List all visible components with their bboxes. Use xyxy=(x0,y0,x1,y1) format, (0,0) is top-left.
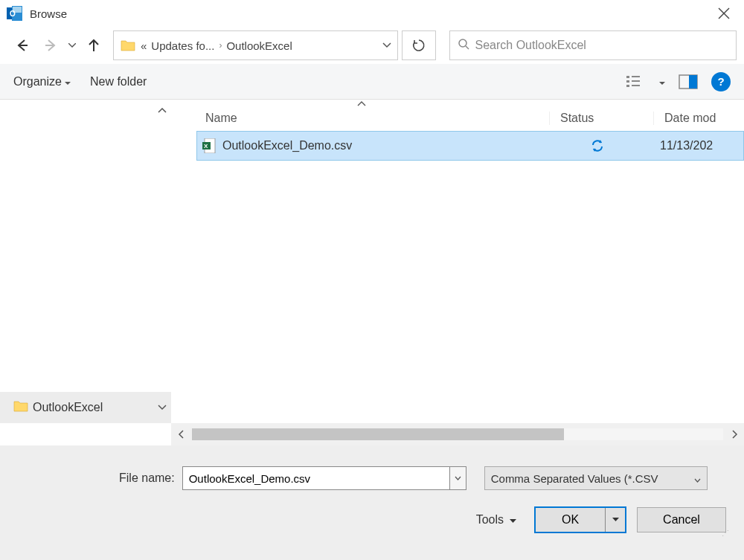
breadcrumb-part1[interactable]: Updates fo... xyxy=(151,39,214,52)
bottom-panel: File name: Comma Separated Values (*.CSV… xyxy=(0,445,744,560)
search-box[interactable] xyxy=(449,30,737,60)
dropdown-caret-icon xyxy=(65,75,71,88)
scroll-left-icon[interactable] xyxy=(171,425,190,444)
csv-file-icon: X xyxy=(202,138,217,153)
svg-rect-12 xyxy=(626,80,629,83)
dropdown-caret-icon xyxy=(510,513,516,527)
view-options-button[interactable] xyxy=(623,71,649,92)
toolbar: Organize New folder ? xyxy=(0,64,744,100)
chevron-down-icon[interactable] xyxy=(158,402,167,413)
up-button[interactable] xyxy=(82,33,106,57)
outlook-icon: O xyxy=(6,4,24,22)
sync-status-icon xyxy=(545,138,650,153)
tools-menu[interactable]: Tools xyxy=(476,513,516,527)
sort-indicator-icon[interactable] xyxy=(357,100,366,108)
chevron-down-icon xyxy=(694,472,701,485)
column-date[interactable]: Date mod xyxy=(653,112,744,125)
file-date: 11/13/202 xyxy=(650,139,743,152)
hscroll-thumb[interactable] xyxy=(192,428,564,440)
address-bar[interactable]: « Updates fo... › OutlookExcel xyxy=(113,30,398,60)
help-button[interactable]: ? xyxy=(711,72,731,91)
file-name: OutlookExcel_Demo.csv xyxy=(222,139,352,152)
nav-row: « Updates fo... › OutlookExcel xyxy=(0,27,744,64)
ok-dropdown-button[interactable] xyxy=(606,508,625,532)
folder-icon xyxy=(13,399,28,416)
ok-button[interactable]: OK xyxy=(536,508,606,532)
close-icon[interactable] xyxy=(710,2,738,25)
newfolder-label: New folder xyxy=(90,75,147,88)
sidebar-item-label: OutlookExcel xyxy=(33,401,103,414)
main-area: OutlookExcel Name Status Date mod X Outl… xyxy=(0,100,744,423)
hscroll-track[interactable] xyxy=(192,428,723,440)
breadcrumb-sep-icon[interactable]: › xyxy=(219,40,222,51)
dropdown-caret-icon[interactable] xyxy=(659,75,665,88)
ok-split-button[interactable]: OK xyxy=(534,506,626,533)
search-icon xyxy=(458,38,469,53)
cancel-button[interactable]: Cancel xyxy=(637,507,726,532)
file-row[interactable]: X OutlookExcel_Demo.csv 11/13/202 xyxy=(196,131,744,161)
chevron-down-icon[interactable] xyxy=(382,40,391,51)
svg-rect-11 xyxy=(626,76,629,78)
filetype-select[interactable]: Comma Separated Values (*.CSV xyxy=(484,466,708,490)
scroll-right-icon[interactable] xyxy=(725,425,744,444)
filename-input[interactable] xyxy=(182,466,450,490)
column-status[interactable]: Status xyxy=(549,112,653,125)
back-button[interactable] xyxy=(10,33,34,57)
nav-sidebar: OutlookExcel xyxy=(0,100,171,423)
breadcrumb-part2[interactable]: OutlookExcel xyxy=(226,39,292,52)
tools-label: Tools xyxy=(476,513,504,527)
forward-button[interactable] xyxy=(39,33,62,57)
filetype-label: Comma Separated Values (*.CSV xyxy=(491,472,658,485)
svg-rect-18 xyxy=(689,75,697,88)
horizontal-scrollbar[interactable] xyxy=(171,423,744,445)
history-dropdown-icon[interactable] xyxy=(67,43,77,48)
organize-label: Organize xyxy=(13,75,62,88)
filename-dropdown-icon[interactable] xyxy=(450,466,466,490)
filename-combobox[interactable] xyxy=(182,466,466,490)
title-bar: O Browse xyxy=(0,0,744,27)
preview-pane-button[interactable] xyxy=(676,71,701,92)
svg-text:X: X xyxy=(204,143,208,149)
filename-label: File name: xyxy=(119,472,175,485)
svg-text:O: O xyxy=(10,10,16,18)
column-name[interactable]: Name xyxy=(201,112,549,125)
chevron-up-icon[interactable] xyxy=(158,106,167,116)
svg-rect-13 xyxy=(626,85,629,87)
search-input[interactable] xyxy=(475,39,729,52)
file-list: Name Status Date mod X OutlookExcel_Demo… xyxy=(171,100,744,423)
folder-icon xyxy=(120,37,136,54)
organize-menu[interactable]: Organize xyxy=(13,75,71,88)
new-folder-button[interactable]: New folder xyxy=(90,75,147,88)
sidebar-item-outlookexcel[interactable]: OutlookExcel xyxy=(0,392,171,423)
breadcrumb-prefix: « xyxy=(141,39,147,52)
column-headers: Name Status Date mod xyxy=(201,106,744,131)
svg-point-9 xyxy=(459,39,466,47)
window-title: Browse xyxy=(30,7,710,20)
refresh-button[interactable] xyxy=(402,30,436,60)
svg-line-10 xyxy=(466,46,469,49)
